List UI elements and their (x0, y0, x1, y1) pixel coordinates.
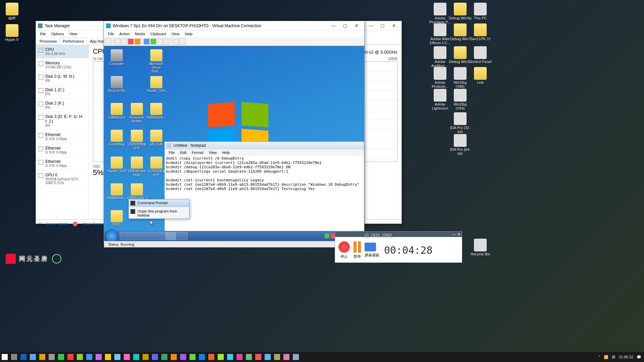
taskbar-app-button[interactable] (282, 352, 291, 362)
jumplist-app-item[interactable]: Command Prompt (128, 199, 190, 206)
collapse-chevron-icon[interactable]: ⌃ (39, 222, 42, 226)
desktop-icon[interactable]: Adobe After Effects CC... (429, 23, 451, 45)
guest-desktop-icon[interactable]: DdkWizard.7z (127, 183, 146, 200)
sidebar-item[interactable]: Disk 0 (L: M: N:)0% (36, 72, 89, 85)
taskbar-app-button[interactable] (94, 352, 103, 362)
sidebar-item[interactable]: Disk 2 (K:)0% (36, 99, 89, 112)
recorder-stop-button[interactable]: 停止 (338, 241, 350, 259)
taskbar-app-button[interactable] (75, 352, 85, 362)
tray-lang-icon[interactable] (325, 234, 329, 238)
desktop-icon[interactable]: Adobe Photosh... (429, 67, 451, 88)
desktop-icon[interactable]: This PC (469, 3, 492, 20)
tab-performance[interactable]: Performance (60, 38, 87, 45)
toolbar-ctrl-alt-del-icon[interactable] (105, 39, 111, 45)
guest-desktop-icon[interactable]: HelloDriver... (107, 183, 126, 200)
menu-item[interactable]: Options (49, 31, 67, 37)
desktop-icon[interactable]: Recycle Bin (469, 239, 492, 256)
recorder-titlebar[interactable]: — ✕ (335, 232, 462, 237)
notepad-window[interactable]: Untitled - Notepad FileEditFormatViewHel… (164, 141, 364, 239)
taskbar-app-button[interactable] (207, 352, 216, 362)
taskbar-app-button[interactable] (235, 352, 244, 362)
host-system-tray[interactable]: ˄ 📶 拼 21:05:12 💬 (596, 355, 644, 360)
taskbar-app-button[interactable] (291, 352, 301, 362)
taskbar-app-button[interactable] (131, 352, 141, 362)
taskbar-app-button[interactable] (141, 352, 150, 362)
vm-guest-screen[interactable]: ComputerMicrosoft Visual Stud...Recycle … (104, 46, 364, 241)
taskbar-wmp-icon[interactable] (143, 232, 153, 240)
taskbar-app-button[interactable] (188, 352, 197, 362)
minimize-button[interactable]: — (365, 22, 377, 29)
host-taskbar[interactable]: 30 ˄ 📶 拼 21:05:12 💬 (0, 352, 644, 362)
taskbar-app-button[interactable] (169, 352, 178, 362)
taskbar-app-button[interactable] (19, 352, 28, 362)
taskbar-app-button[interactable] (160, 352, 169, 362)
menu-item[interactable]: Format (189, 150, 206, 155)
close-button[interactable]: ✕ (388, 22, 399, 29)
taskbar-app-icon[interactable] (177, 232, 187, 240)
tray-ime-icon[interactable]: 拼 (612, 355, 615, 360)
taskbar-app-button[interactable] (66, 352, 75, 362)
taskbar-app-button[interactable] (85, 352, 94, 362)
vm-menubar[interactable]: FileActionMediaClipboardViewHelp (104, 31, 364, 37)
menu-item[interactable]: View (206, 150, 220, 155)
taskbar-app-button[interactable] (263, 352, 272, 362)
tm-sidebar[interactable]: CPU5% 3.38 GHzMemory27/240 GB (11%)Disk … (36, 45, 89, 219)
guest-desktop-icon[interactable]: DdkWizard (107, 103, 126, 119)
toolbar-turnoff-icon[interactable] (121, 39, 127, 45)
notepad-text-area[interactable]: dedit /copy {current} /d DebugEntry bcde… (165, 156, 364, 238)
menu-item[interactable]: Clipboard (148, 31, 169, 37)
guest-taskbar[interactable]: 6:05 AM (104, 231, 364, 241)
host-clock[interactable]: 21:05:12 (619, 355, 633, 359)
taskbar-cmd-icon[interactable] (154, 232, 165, 240)
menu-item[interactable]: Help (182, 31, 195, 37)
taskbar-app-button[interactable] (272, 352, 282, 362)
desktop-icon[interactable]: WinDbg (X64) (449, 89, 472, 110)
desktop-icon[interactable]: Adobe Lightroom (429, 89, 451, 110)
taskbar-app-button[interactable] (178, 352, 188, 362)
recorder-capture-button[interactable]: 屏幕捕获 (365, 243, 379, 258)
tab-processes[interactable]: Processes (37, 38, 60, 45)
taskbar-explorer-icon[interactable] (131, 232, 142, 240)
maximize-button[interactable]: ▢ (339, 22, 351, 29)
toolbar-enhanced-icon[interactable] (173, 39, 179, 45)
desktop-icon[interactable]: Link (469, 67, 492, 84)
desktop-icon[interactable]: San11PK.7z (469, 23, 492, 41)
toolbar-save-icon[interactable] (135, 39, 141, 45)
taskbar-app-button[interactable] (244, 352, 254, 362)
vm-toolbar[interactable] (104, 37, 364, 46)
desktop-icon[interactable]: IDA Pro (64-bit) (449, 134, 472, 156)
tray-notifications-icon[interactable]: 💬 (637, 355, 641, 359)
guest-desktop-icon[interactable]: DDKWizard Help (127, 157, 146, 177)
menu-item[interactable]: Help (219, 150, 232, 155)
guest-desktop-icon[interactable]: Resource Builder (127, 103, 146, 123)
tray-chevron-icon[interactable]: ˄ (598, 355, 600, 359)
taskbar-app-button[interactable] (113, 352, 122, 362)
jumplist-unpin-item[interactable]: Unpin this program from taskbar (129, 208, 189, 219)
desktop-icon[interactable]: 临时 (1, 3, 23, 20)
desktop-icon[interactable]: Control Panel (469, 46, 492, 64)
maximize-button[interactable]: ▢ (377, 22, 388, 29)
desktop-icon[interactable]: Debug Win10 (449, 46, 472, 64)
guest-desktop-icon[interactable]: PEID (107, 210, 126, 227)
menu-item[interactable]: View (67, 31, 80, 37)
sidebar-item[interactable]: Disk 1 (C:)0% (36, 85, 89, 99)
toolbar-revert-icon[interactable] (164, 39, 170, 45)
toolbar-checkpoint-icon[interactable] (157, 39, 163, 45)
guest-desktop-icon[interactable]: Computer (107, 49, 126, 66)
sidebar-item[interactable]: Memory27/240 GB (11%) (36, 58, 89, 72)
taskbar-app-button[interactable] (56, 352, 66, 362)
guest-desktop-icon[interactable]: Hacker_5047 (107, 157, 126, 173)
desktop-icon[interactable]: Adobe Audition ... (429, 46, 451, 68)
menu-item[interactable]: View (169, 31, 182, 37)
taskbar-app-button[interactable] (197, 352, 207, 362)
taskbar-app-button[interactable] (122, 352, 131, 362)
desktop-icon[interactable]: Debug WinXp (449, 3, 472, 20)
start-button[interactable] (0, 352, 9, 362)
taskbar-notepad-icon[interactable] (165, 232, 176, 240)
taskbar-ie-icon[interactable] (120, 232, 130, 240)
guest-desktop-icon[interactable]: VS2008简体文件 (127, 130, 146, 150)
start-button[interactable] (105, 230, 118, 241)
desktop-icon[interactable]: Hyper-V (1, 24, 23, 42)
sidebar-item[interactable]: GPU 0NVIDIA GeForce GTX 1080 Ti 21% (36, 170, 89, 187)
guest-desktop-icon[interactable]: VA_X.dll (147, 130, 166, 146)
